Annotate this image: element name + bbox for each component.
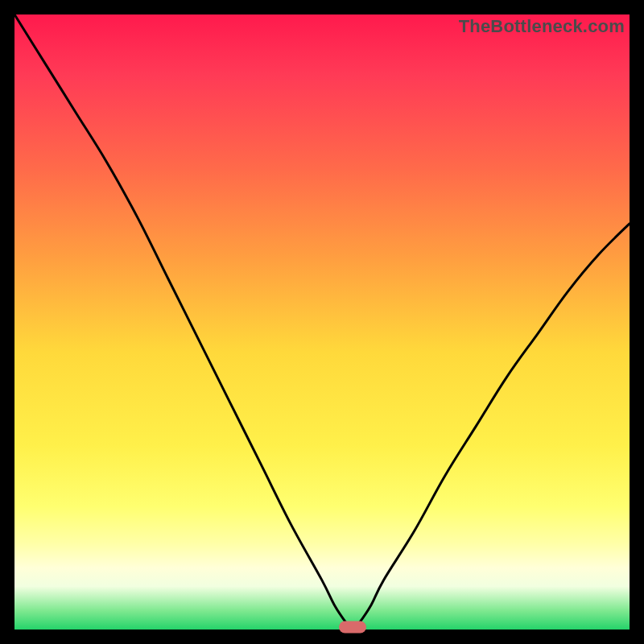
plot-area: TheBottleneck.com	[14, 14, 630, 630]
optimal-marker	[339, 621, 366, 634]
chart-frame: TheBottleneck.com	[0, 0, 644, 644]
curve-path	[14, 14, 630, 630]
bottleneck-curve	[14, 14, 630, 630]
